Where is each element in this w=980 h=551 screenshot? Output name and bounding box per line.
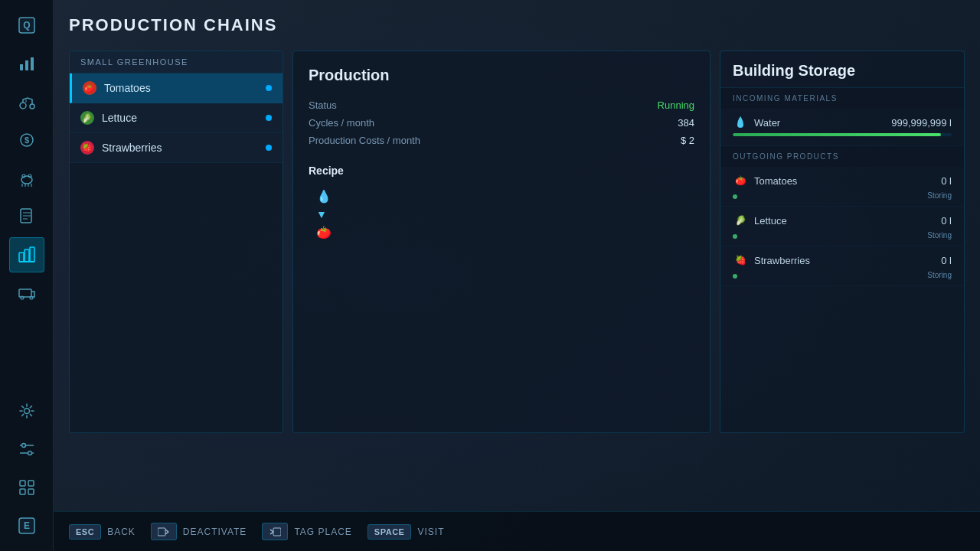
- recipe-section: Recipe 💧 ▼ 🍅: [309, 165, 694, 240]
- stat-value-status: Running: [658, 99, 694, 111]
- sidebar-item-stats[interactable]: [9, 46, 44, 81]
- storage-strawberry-value: 0 l: [941, 255, 952, 266]
- sidebar-item-production[interactable]: [9, 237, 44, 272]
- sidebar-item-contracts[interactable]: [9, 199, 44, 234]
- lettuce-status: Storing: [927, 231, 952, 240]
- crop-item-strawberries[interactable]: 🍓 Strawberries: [70, 133, 283, 163]
- storage-tomatoes-left: 🍅 Tomatoes: [733, 173, 797, 188]
- visit-key: SPACE: [368, 524, 412, 540]
- sidebar-item-q[interactable]: Q: [9, 8, 44, 43]
- svg-point-5: [20, 103, 26, 109]
- sidebar-item-settings[interactable]: [9, 393, 44, 429]
- water-progress-fill: [733, 133, 941, 136]
- hotkey-deactivate[interactable]: DEACTIVATE: [151, 523, 247, 540]
- svg-rect-4: [31, 57, 34, 70]
- storage-strawberry-icon: 🍓: [733, 253, 748, 268]
- svg-point-30: [21, 444, 25, 448]
- svg-rect-3: [25, 60, 28, 70]
- sidebar-item-money[interactable]: $: [9, 122, 44, 158]
- svg-point-6: [30, 104, 34, 109]
- storage-tomatoes-row: 🍅 Tomatoes 0 l: [733, 173, 952, 188]
- water-value: 999,999,999 l: [891, 117, 952, 129]
- hotkey-tag-place[interactable]: TAG PLACE: [262, 523, 351, 540]
- storage-lettuce-value: 0 l: [941, 215, 952, 227]
- sidebar: Q $: [0, 0, 54, 551]
- svg-point-28: [24, 409, 29, 414]
- storage-lettuce-left: 🥬 Lettuce: [733, 213, 787, 228]
- building-storage-title: Building Storage: [720, 51, 964, 88]
- hotkey-visit[interactable]: SPACE VISIT: [368, 524, 445, 540]
- stat-label-costs: Production Costs / month: [309, 135, 420, 146]
- panel-production: Production Status Running Cycles / month…: [292, 51, 710, 433]
- esc-key: ESC: [69, 524, 101, 540]
- greenhouse-label: SMALL GREENHOUSE: [70, 51, 283, 73]
- water-icon: [733, 115, 748, 130]
- stat-value-costs: $ 2: [681, 135, 694, 146]
- storage-tomato-name: Tomatoes: [754, 175, 797, 187]
- deactivate-key: [151, 523, 177, 540]
- crop-dot-lettuce: [266, 115, 272, 121]
- svg-rect-33: [20, 481, 25, 486]
- water-name: Water: [754, 117, 780, 129]
- crop-item-tomatoes[interactable]: 🍅 Tomatoes: [70, 73, 283, 103]
- storage-item-lettuce: 🥬 Lettuce 0 l Storing: [720, 207, 964, 246]
- storage-strawberry-name: Strawberries: [754, 255, 810, 266]
- crop-name-tomatoes: Tomatoes: [104, 82, 266, 94]
- hotkey-esc[interactable]: ESC BACK: [69, 524, 136, 540]
- sidebar-item-tractor[interactable]: [9, 84, 44, 119]
- svg-text:E: E: [23, 520, 29, 531]
- recipe-arrow: ▼: [316, 208, 327, 220]
- svg-point-32: [28, 452, 31, 455]
- stat-label-cycles: Cycles / month: [309, 117, 374, 129]
- storage-tomato-value: 0 l: [941, 175, 952, 187]
- stat-label-status: Status: [309, 99, 337, 111]
- svg-rect-35: [20, 489, 25, 494]
- svg-line-43: [270, 532, 273, 534]
- sidebar-item-animals[interactable]: [9, 161, 44, 196]
- tomato-icon: 🍅: [83, 81, 96, 95]
- tag-place-label: TAG PLACE: [294, 527, 351, 537]
- storage-strawberries-row: 🍓 Strawberries 0 l: [733, 253, 952, 268]
- recipe-icons: 💧 ▼ 🍅: [309, 189, 694, 240]
- panel-building-storage: Building Storage INCOMING MATERIALS Wate…: [720, 51, 965, 433]
- svg-rect-23: [30, 247, 34, 262]
- storage-tomato-icon: 🍅: [733, 173, 748, 188]
- deactivate-label: DEACTIVATE: [183, 527, 247, 537]
- crop-name-strawberries: Strawberries: [102, 142, 266, 154]
- stat-value-cycles: 384: [678, 117, 694, 129]
- sidebar-item-delivery[interactable]: [9, 276, 44, 311]
- strawberry-icon: 🍓: [80, 141, 94, 155]
- crop-name-lettuce: Lettuce: [102, 112, 266, 124]
- stat-row-status: Status Running: [309, 99, 694, 111]
- storage-strawberries-left: 🍓 Strawberries: [733, 253, 810, 268]
- crop-item-lettuce[interactable]: 🥬 Lettuce: [70, 103, 283, 133]
- recipe-water-drop: 💧: [316, 189, 332, 204]
- recipe-title: Recipe: [309, 165, 694, 177]
- storage-item-strawberries: 🍓 Strawberries 0 l Storing: [720, 246, 964, 286]
- lettuce-icon: 🥬: [80, 111, 94, 125]
- water-row: Water 999,999,999 l: [733, 115, 952, 130]
- recipe-tomato-icon: 🍅: [316, 225, 332, 240]
- arrow-down-icon: ▼: [316, 208, 327, 220]
- strawberry-status: Storing: [927, 271, 952, 279]
- crop-dot-strawberries: [266, 145, 272, 151]
- svg-rect-44: [273, 528, 281, 536]
- sidebar-item-e[interactable]: E: [9, 508, 44, 543]
- crop-dot-tomatoes: [266, 85, 272, 91]
- panels-container: SMALL GREENHOUSE 🍅 Tomatoes 🥬 Lettuce 🍓 …: [69, 51, 965, 510]
- production-title: Production: [309, 67, 694, 84]
- stat-row-cycles: Cycles / month 384: [309, 117, 694, 129]
- svg-rect-2: [20, 64, 23, 70]
- svg-text:$: $: [24, 135, 28, 145]
- water-progress-bar: [733, 133, 952, 136]
- sidebar-item-modules[interactable]: [9, 470, 44, 505]
- sidebar-item-sliders[interactable]: [9, 432, 44, 467]
- svg-rect-22: [24, 249, 29, 262]
- strawberry-status-dot: [733, 274, 737, 279]
- svg-rect-39: [158, 528, 165, 536]
- bottom-bar: ESC BACK DEACTIVATE TAG PLACE SPACE VISI…: [54, 511, 980, 551]
- tomato-status-dot: [733, 194, 737, 199]
- visit-label: VISIT: [417, 527, 444, 537]
- svg-line-41: [165, 532, 168, 534]
- svg-text:Q: Q: [23, 20, 30, 31]
